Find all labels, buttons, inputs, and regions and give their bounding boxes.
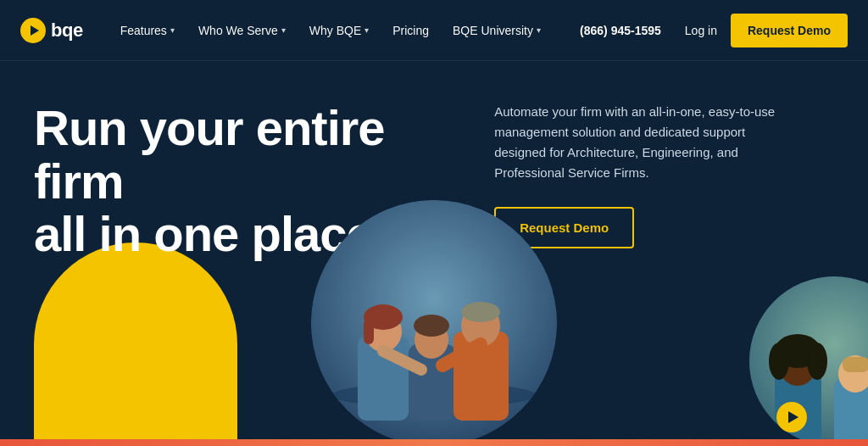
svg-point-21 — [769, 343, 789, 380]
center-circle-image — [311, 200, 557, 446]
chevron-down-icon: ▾ — [170, 25, 175, 35]
center-circle-inner — [311, 200, 557, 446]
phone-number: (866) 945-1595 — [570, 17, 671, 44]
bottom-bar — [0, 439, 868, 446]
nav-item-bqe-university[interactable]: BQE University ▾ — [442, 17, 551, 44]
people-group-svg — [311, 200, 557, 446]
chevron-down-icon: ▾ — [537, 25, 541, 35]
svg-point-11 — [414, 315, 449, 337]
svg-point-14 — [461, 302, 500, 322]
nav-item-features[interactable]: Features ▾ — [110, 17, 185, 44]
svg-rect-8 — [364, 319, 374, 344]
login-link[interactable]: Log in — [671, 17, 731, 44]
nav-item-pricing[interactable]: Pricing — [382, 17, 439, 44]
nav-item-why-bqe[interactable]: Why BQE ▾ — [299, 17, 379, 44]
svg-point-22 — [807, 343, 827, 380]
logo-link[interactable]: bqe — [20, 18, 83, 43]
hero-description: Automate your firm with an all-in-one, e… — [494, 102, 782, 183]
nav-item-who-we-serve[interactable]: Who We Serve ▾ — [188, 17, 296, 44]
nav-links: Features ▾ Who We Serve ▾ Why BQE ▾ Pric… — [110, 17, 570, 44]
svg-rect-25 — [843, 357, 868, 372]
logo-icon — [20, 18, 46, 43]
chevron-down-icon: ▾ — [281, 25, 286, 35]
request-demo-button-nav[interactable]: Request Demo — [731, 14, 848, 47]
chevron-down-icon: ▾ — [364, 25, 369, 35]
brand-name: bqe — [51, 20, 83, 42]
navbar: bqe Features ▾ Who We Serve ▾ Why BQE ▾ … — [0, 0, 868, 61]
play-button[interactable] — [776, 402, 807, 432]
hero-section: Run your entire firm all in one place Au… — [0, 61, 868, 446]
